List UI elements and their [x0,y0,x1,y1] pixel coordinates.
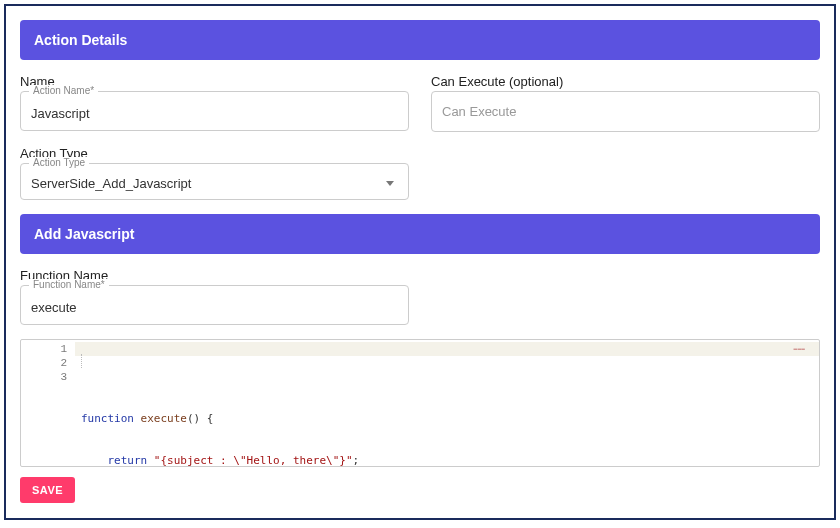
input-wrap-function-name: Function Name* [20,285,409,325]
token-function: execute [134,412,187,425]
form-container: Action Details Name Action Name* Can Exe… [4,4,836,520]
code-highlight-line [75,342,819,356]
token-keyword: return [108,454,148,467]
float-label-name: Action Name* [29,85,98,96]
token-punc: ; [353,454,360,467]
code-gutter: 1 2 3 [21,340,75,466]
function-name-input[interactable] [31,300,398,315]
float-label-function-name: Function Name* [29,279,109,290]
section-header-add-javascript: Add Javascript [20,214,820,254]
code-editor[interactable]: 1 2 3 ▬▬▬ function execute() { return "{… [20,339,820,467]
token-string: "{subject : \"Hello, there\"}" [147,454,352,467]
indent-guide-icon [81,354,93,368]
field-can-execute: Can Execute (optional) [431,74,820,132]
line-number: 1 [23,342,67,356]
row-name-canexecute: Name Action Name* Can Execute (optional) [20,74,820,132]
action-type-select[interactable]: Action Type ServerSide_Add_Javascript [20,163,409,200]
can-execute-input[interactable] [431,91,820,132]
name-input[interactable] [31,106,398,121]
row-action-type: Action Type Action Type ServerSide_Add_J… [20,146,820,200]
field-function-name: Function Name Function Name* [20,268,409,325]
input-wrap-name: Action Name* [20,91,409,131]
line-number: 3 [23,370,67,384]
section-title: Action Details [34,32,127,48]
chevron-down-icon [386,181,394,186]
code-body[interactable]: ▬▬▬ function execute() { return "{subjec… [75,340,819,466]
field-action-type: Action Type Action Type ServerSide_Add_J… [20,146,409,200]
save-button[interactable]: SAVE [20,477,75,503]
minimap-icon: ▬▬▬ [794,342,805,356]
code-line: return "{subject : \"Hello, there\"}"; [81,454,813,467]
code-line: function execute() { [81,412,813,426]
line-number: 2 [23,356,67,370]
field-name: Name Action Name* [20,74,409,132]
row-function-name: Function Name Function Name* [20,268,820,325]
token-punc: () { [187,412,214,425]
section-header-action-details: Action Details [20,20,820,60]
token-keyword: function [81,412,134,425]
section-title: Add Javascript [34,226,134,242]
float-label-action-type: Action Type [29,157,89,168]
label-can-execute: Can Execute (optional) [431,74,820,89]
action-type-value: ServerSide_Add_Javascript [31,176,386,191]
